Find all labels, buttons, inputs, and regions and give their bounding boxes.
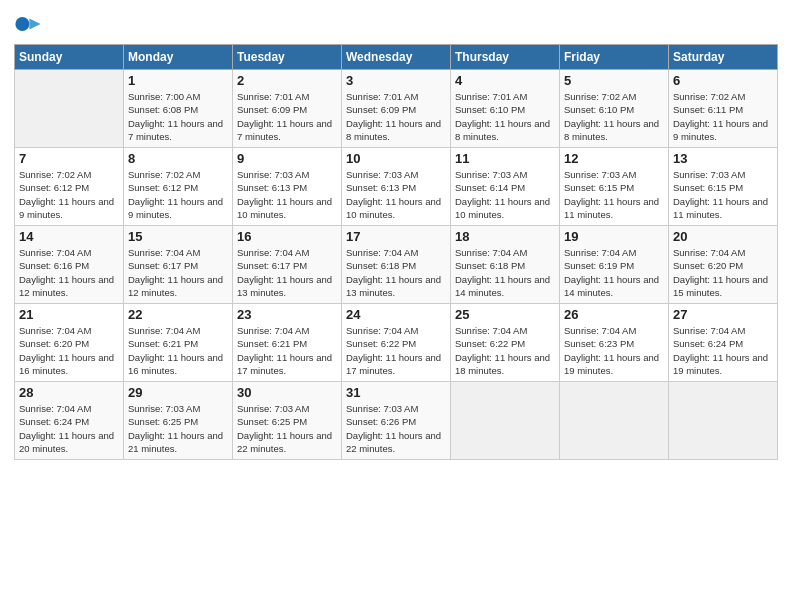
day-number: 27 [673, 307, 773, 322]
calendar-cell: 27Sunrise: 7:04 AMSunset: 6:24 PMDayligh… [669, 304, 778, 382]
day-number: 25 [455, 307, 555, 322]
calendar-cell: 3Sunrise: 7:01 AMSunset: 6:09 PMDaylight… [342, 70, 451, 148]
day-info: Sunrise: 7:01 AMSunset: 6:09 PMDaylight:… [346, 90, 446, 143]
day-header-saturday: Saturday [669, 45, 778, 70]
calendar-cell: 11Sunrise: 7:03 AMSunset: 6:14 PMDayligh… [451, 148, 560, 226]
calendar-cell: 9Sunrise: 7:03 AMSunset: 6:13 PMDaylight… [233, 148, 342, 226]
day-info: Sunrise: 7:02 AMSunset: 6:11 PMDaylight:… [673, 90, 773, 143]
calendar-header-row: SundayMondayTuesdayWednesdayThursdayFrid… [15, 45, 778, 70]
day-info: Sunrise: 7:04 AMSunset: 6:22 PMDaylight:… [455, 324, 555, 377]
calendar-cell [560, 382, 669, 460]
day-info: Sunrise: 7:02 AMSunset: 6:10 PMDaylight:… [564, 90, 664, 143]
day-info: Sunrise: 7:00 AMSunset: 6:08 PMDaylight:… [128, 90, 228, 143]
day-info: Sunrise: 7:04 AMSunset: 6:23 PMDaylight:… [564, 324, 664, 377]
day-info: Sunrise: 7:04 AMSunset: 6:22 PMDaylight:… [346, 324, 446, 377]
calendar-cell: 29Sunrise: 7:03 AMSunset: 6:25 PMDayligh… [124, 382, 233, 460]
day-number: 15 [128, 229, 228, 244]
day-number: 2 [237, 73, 337, 88]
day-info: Sunrise: 7:03 AMSunset: 6:13 PMDaylight:… [237, 168, 337, 221]
day-info: Sunrise: 7:04 AMSunset: 6:16 PMDaylight:… [19, 246, 119, 299]
day-number: 23 [237, 307, 337, 322]
calendar-cell: 14Sunrise: 7:04 AMSunset: 6:16 PMDayligh… [15, 226, 124, 304]
calendar-week-1: 7Sunrise: 7:02 AMSunset: 6:12 PMDaylight… [15, 148, 778, 226]
calendar-cell: 10Sunrise: 7:03 AMSunset: 6:13 PMDayligh… [342, 148, 451, 226]
day-info: Sunrise: 7:03 AMSunset: 6:13 PMDaylight:… [346, 168, 446, 221]
calendar-cell: 17Sunrise: 7:04 AMSunset: 6:18 PMDayligh… [342, 226, 451, 304]
day-number: 11 [455, 151, 555, 166]
day-info: Sunrise: 7:04 AMSunset: 6:21 PMDaylight:… [237, 324, 337, 377]
day-number: 4 [455, 73, 555, 88]
day-number: 29 [128, 385, 228, 400]
day-info: Sunrise: 7:04 AMSunset: 6:20 PMDaylight:… [673, 246, 773, 299]
day-number: 21 [19, 307, 119, 322]
day-header-thursday: Thursday [451, 45, 560, 70]
day-header-friday: Friday [560, 45, 669, 70]
day-number: 8 [128, 151, 228, 166]
day-number: 3 [346, 73, 446, 88]
day-info: Sunrise: 7:04 AMSunset: 6:19 PMDaylight:… [564, 246, 664, 299]
calendar-cell: 15Sunrise: 7:04 AMSunset: 6:17 PMDayligh… [124, 226, 233, 304]
day-number: 19 [564, 229, 664, 244]
calendar-cell: 22Sunrise: 7:04 AMSunset: 6:21 PMDayligh… [124, 304, 233, 382]
logo [14, 10, 46, 38]
day-number: 30 [237, 385, 337, 400]
day-number: 12 [564, 151, 664, 166]
day-info: Sunrise: 7:04 AMSunset: 6:18 PMDaylight:… [346, 246, 446, 299]
day-header-wednesday: Wednesday [342, 45, 451, 70]
day-info: Sunrise: 7:04 AMSunset: 6:17 PMDaylight:… [128, 246, 228, 299]
day-header-sunday: Sunday [15, 45, 124, 70]
calendar-cell: 4Sunrise: 7:01 AMSunset: 6:10 PMDaylight… [451, 70, 560, 148]
calendar-cell: 21Sunrise: 7:04 AMSunset: 6:20 PMDayligh… [15, 304, 124, 382]
day-number: 28 [19, 385, 119, 400]
calendar-cell: 8Sunrise: 7:02 AMSunset: 6:12 PMDaylight… [124, 148, 233, 226]
day-number: 14 [19, 229, 119, 244]
day-info: Sunrise: 7:04 AMSunset: 6:24 PMDaylight:… [673, 324, 773, 377]
day-number: 10 [346, 151, 446, 166]
calendar-cell: 16Sunrise: 7:04 AMSunset: 6:17 PMDayligh… [233, 226, 342, 304]
day-info: Sunrise: 7:04 AMSunset: 6:21 PMDaylight:… [128, 324, 228, 377]
calendar-cell: 19Sunrise: 7:04 AMSunset: 6:19 PMDayligh… [560, 226, 669, 304]
day-number: 22 [128, 307, 228, 322]
calendar-cell [669, 382, 778, 460]
calendar-cell: 28Sunrise: 7:04 AMSunset: 6:24 PMDayligh… [15, 382, 124, 460]
calendar-cell: 26Sunrise: 7:04 AMSunset: 6:23 PMDayligh… [560, 304, 669, 382]
calendar-cell [15, 70, 124, 148]
day-number: 6 [673, 73, 773, 88]
day-info: Sunrise: 7:03 AMSunset: 6:26 PMDaylight:… [346, 402, 446, 455]
day-number: 13 [673, 151, 773, 166]
day-number: 18 [455, 229, 555, 244]
calendar-cell: 24Sunrise: 7:04 AMSunset: 6:22 PMDayligh… [342, 304, 451, 382]
day-number: 16 [237, 229, 337, 244]
day-number: 5 [564, 73, 664, 88]
day-info: Sunrise: 7:01 AMSunset: 6:09 PMDaylight:… [237, 90, 337, 143]
calendar-cell [451, 382, 560, 460]
calendar-week-3: 21Sunrise: 7:04 AMSunset: 6:20 PMDayligh… [15, 304, 778, 382]
day-info: Sunrise: 7:03 AMSunset: 6:25 PMDaylight:… [128, 402, 228, 455]
calendar-week-0: 1Sunrise: 7:00 AMSunset: 6:08 PMDaylight… [15, 70, 778, 148]
calendar-table: SundayMondayTuesdayWednesdayThursdayFrid… [14, 44, 778, 460]
calendar-cell: 7Sunrise: 7:02 AMSunset: 6:12 PMDaylight… [15, 148, 124, 226]
day-info: Sunrise: 7:03 AMSunset: 6:14 PMDaylight:… [455, 168, 555, 221]
day-info: Sunrise: 7:02 AMSunset: 6:12 PMDaylight:… [19, 168, 119, 221]
header [14, 10, 778, 38]
calendar-cell: 5Sunrise: 7:02 AMSunset: 6:10 PMDaylight… [560, 70, 669, 148]
day-info: Sunrise: 7:02 AMSunset: 6:12 PMDaylight:… [128, 168, 228, 221]
day-info: Sunrise: 7:04 AMSunset: 6:18 PMDaylight:… [455, 246, 555, 299]
day-info: Sunrise: 7:03 AMSunset: 6:15 PMDaylight:… [673, 168, 773, 221]
logo-icon [14, 10, 42, 38]
calendar-cell: 1Sunrise: 7:00 AMSunset: 6:08 PMDaylight… [124, 70, 233, 148]
calendar-cell: 25Sunrise: 7:04 AMSunset: 6:22 PMDayligh… [451, 304, 560, 382]
calendar-week-2: 14Sunrise: 7:04 AMSunset: 6:16 PMDayligh… [15, 226, 778, 304]
calendar-cell: 6Sunrise: 7:02 AMSunset: 6:11 PMDaylight… [669, 70, 778, 148]
day-info: Sunrise: 7:01 AMSunset: 6:10 PMDaylight:… [455, 90, 555, 143]
calendar-cell: 23Sunrise: 7:04 AMSunset: 6:21 PMDayligh… [233, 304, 342, 382]
calendar-cell: 2Sunrise: 7:01 AMSunset: 6:09 PMDaylight… [233, 70, 342, 148]
calendar-cell: 18Sunrise: 7:04 AMSunset: 6:18 PMDayligh… [451, 226, 560, 304]
page-container: SundayMondayTuesdayWednesdayThursdayFrid… [0, 0, 792, 470]
day-info: Sunrise: 7:04 AMSunset: 6:17 PMDaylight:… [237, 246, 337, 299]
day-number: 7 [19, 151, 119, 166]
day-number: 1 [128, 73, 228, 88]
day-header-tuesday: Tuesday [233, 45, 342, 70]
svg-marker-1 [29, 18, 40, 29]
calendar-cell: 20Sunrise: 7:04 AMSunset: 6:20 PMDayligh… [669, 226, 778, 304]
